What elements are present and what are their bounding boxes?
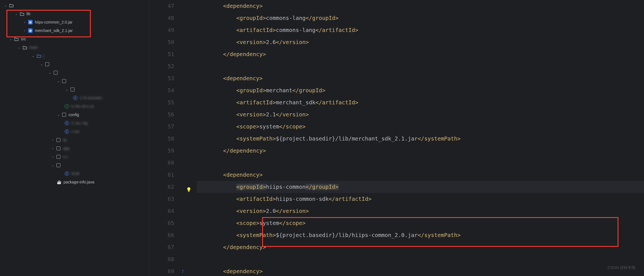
package-icon — [56, 163, 61, 167]
tree-label: config — [69, 112, 79, 117]
java-icon: ☕ — [56, 180, 62, 184]
tree-label: j — [43, 54, 44, 58]
code-line[interactable]: <version>2.1</version> — [197, 109, 644, 121]
folder-icon — [22, 46, 28, 49]
chevron-down-icon: ⌄ — [8, 37, 13, 41]
tree-label: ity — [63, 138, 67, 142]
folder-icon — [13, 37, 19, 41]
code-line[interactable]: <groupId>hiips-common</groupId> — [197, 181, 644, 193]
tree-label: src — [21, 37, 26, 41]
tree-item[interactable]: C bUtil — [0, 169, 149, 178]
chevron-down-icon: ⌄ — [56, 79, 61, 83]
tree-item[interactable]: ⌄ — [0, 85, 149, 94]
tree-item[interactable]: ⌄ — [0, 60, 149, 68]
chevron-right-icon: › — [50, 155, 56, 159]
chevron-right-icon: › — [50, 138, 56, 142]
code-line[interactable]: <dependency> — [197, 0, 644, 12]
tree-pkginfo[interactable]: ☕ package-info.java — [0, 178, 149, 186]
package-icon — [70, 88, 75, 91]
tree-label: main — [29, 45, 38, 50]
tree-label: app — [63, 146, 69, 151]
package-icon — [44, 62, 50, 66]
chevron-down-icon: ⌄ — [39, 62, 44, 66]
chevron-right-icon: › — [50, 146, 56, 150]
package-icon — [56, 138, 61, 142]
line-number-gutter: 4748495051525354555657585960616263646566… — [149, 0, 197, 276]
tree-label: C sic t fig — [71, 121, 88, 125]
tree-label: s c — [63, 155, 68, 159]
package-icon — [53, 71, 58, 75]
code-line[interactable] — [197, 157, 644, 169]
chevron-down-icon: ⌄ — [3, 3, 8, 7]
chevron-down-icon: ⌄ — [30, 54, 36, 58]
folder-icon — [36, 54, 42, 58]
tree-item[interactable]: ⌄ — [0, 161, 149, 169]
chevron-down-icon: ⌄ — [56, 113, 61, 117]
tree-item[interactable]: › app — [0, 144, 149, 153]
package-icon — [56, 155, 61, 159]
code-line[interactable]: <dependency> — [197, 169, 644, 181]
code-area[interactable]: <dependency> <groupId>commons-lang</grou… — [197, 0, 644, 276]
tree-item[interactable]: › ity — [0, 136, 149, 144]
file-tree-sidebar[interactable]: ⌄ ⌄ lib › ⊞ hiips-common_2.0.jar › ⊞ mer… — [0, 0, 149, 276]
chevron-down-icon: ⌄ — [64, 88, 70, 91]
code-line[interactable]: <artifactId>commons-lang</artifactId> — [197, 24, 644, 36]
tree-label: lc Re oil e ce — [71, 104, 94, 109]
tree-item[interactable]: C C sic t fig — [0, 119, 149, 127]
code-editor[interactable]: 4748495051525354555657585960616263646566… — [149, 0, 644, 276]
tree-item[interactable]: ⌄ — [0, 77, 149, 85]
tree-item[interactable]: ⌄ — [0, 68, 149, 77]
tree-item[interactable]: I lc Re oil e ce — [0, 102, 149, 111]
class-icon: C — [72, 96, 78, 100]
code-line[interactable]: <version>2.6</version> — [197, 36, 644, 48]
tree-label: v ies — [71, 129, 80, 134]
code-line[interactable]: <version>2.0</version> — [197, 205, 644, 217]
code-line[interactable]: </dependency> — [197, 145, 644, 157]
class-icon: C — [64, 129, 70, 134]
class-icon: C — [64, 171, 70, 176]
code-line[interactable]: </dependency> — [197, 48, 644, 60]
code-line[interactable]: <groupId>merchant</groupId> — [197, 84, 644, 96]
code-line[interactable] — [197, 60, 644, 72]
annotation-highlight — [6, 10, 91, 37]
chevron-down-icon: ⌄ — [16, 45, 22, 49]
code-line[interactable]: <scope>system</scope> — [197, 121, 644, 133]
code-line[interactable]: <dependency> — [197, 265, 644, 276]
package-icon — [56, 146, 61, 150]
tree-label: bUtil — [71, 171, 79, 176]
code-line[interactable] — [197, 253, 644, 265]
code-line[interactable]: <systemPath>${project.basedir}/lib/merch… — [197, 133, 644, 145]
annotation-highlight — [262, 217, 618, 247]
code-line[interactable]: <groupId>commons-lang</groupId> — [197, 12, 644, 24]
tree-item[interactable]: ⌄ j — [0, 52, 149, 60]
tree-label: package-info.java — [64, 180, 94, 184]
package-icon — [61, 79, 67, 83]
tree-item[interactable]: › s c — [0, 153, 149, 161]
tree-item[interactable]: ⌄ main — [0, 43, 149, 52]
package-icon — [61, 113, 67, 117]
tree-config-folder[interactable]: ⌄ config — [0, 111, 149, 119]
code-line[interactable]: <artifactId>merchant_sdk</artifactId> — [197, 96, 644, 109]
watermark-text: CSDN @科学熊 — [607, 265, 636, 270]
class-icon: C — [64, 121, 70, 125]
code-line[interactable]: <dependency> — [197, 72, 644, 84]
tree-label: C R ervicelm — [80, 96, 102, 100]
tree-root[interactable]: ⌄ — [0, 1, 149, 10]
interface-icon: I — [64, 104, 70, 109]
code-line[interactable]: <artifactId>hiips-common-sdk</artifactId… — [197, 193, 644, 205]
tree-item[interactable]: C C R ervicelm — [0, 94, 149, 102]
chevron-down-icon: ⌄ — [47, 71, 53, 75]
chevron-down-icon: ⌄ — [50, 163, 56, 167]
folder-icon — [8, 4, 14, 7]
tree-item[interactable]: C v ies — [0, 127, 149, 136]
